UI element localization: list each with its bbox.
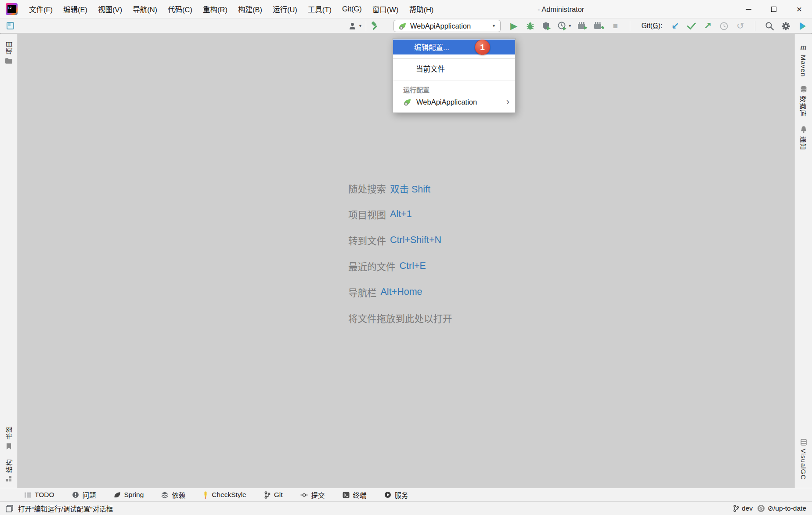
tool-window-services[interactable]: 服务 bbox=[384, 490, 408, 500]
tool-window-structure[interactable]: 结构 bbox=[4, 454, 13, 486]
git-branch-widget[interactable]: dev bbox=[733, 504, 753, 512]
tool-window-visualgc[interactable]: VisualGC bbox=[800, 435, 807, 484]
main-toolbar: ▼ WebApiApplication ▼ ▶ ▼ bbox=[0, 18, 812, 33]
search-icon bbox=[765, 22, 774, 31]
tool-window-git[interactable]: Git bbox=[264, 491, 283, 499]
stop-icon: ■ bbox=[613, 21, 618, 31]
no-inspection-icon bbox=[757, 504, 765, 512]
commit-icon bbox=[300, 492, 308, 498]
folder-icon bbox=[5, 58, 13, 64]
code-analysis-widget[interactable]: ⊘/up-to-date bbox=[757, 504, 806, 512]
build-project-button[interactable] bbox=[370, 20, 380, 32]
tool-window-database[interactable]: 数据库 bbox=[799, 81, 808, 121]
bell-icon bbox=[800, 126, 807, 133]
chevron-right-icon: › bbox=[506, 97, 509, 107]
tool-window-maven[interactable]: m Maven bbox=[800, 38, 807, 81]
status-window-icon[interactable] bbox=[6, 505, 13, 512]
menu-item-webapiapplication[interactable]: WebApiApplication › bbox=[393, 94, 515, 109]
menu-window[interactable]: 窗口(W) bbox=[367, 0, 404, 18]
attach-profiler-debug-button[interactable] bbox=[594, 20, 604, 32]
bug-icon bbox=[526, 22, 535, 31]
run-button[interactable]: ▶ bbox=[509, 20, 519, 32]
caret-down-icon: ▼ bbox=[358, 24, 362, 28]
stop-button: ■ bbox=[610, 20, 621, 32]
spring-boot-icon bbox=[403, 98, 411, 106]
update-project-icon: ↙ bbox=[671, 21, 679, 31]
profiler-clock-icon bbox=[557, 21, 567, 31]
shortcut-link[interactable]: Alt+1 bbox=[390, 209, 412, 220]
git-push-button[interactable]: ↗ bbox=[703, 20, 713, 32]
tool-window-bookmarks[interactable]: 书签 bbox=[4, 421, 13, 454]
close-button[interactable]: × bbox=[787, 0, 812, 18]
menu-view[interactable]: 视图(V) bbox=[93, 0, 127, 18]
git-branch-icon bbox=[733, 505, 739, 512]
status-message-area: 打开“编辑运行/调试配置”对话框 bbox=[6, 504, 113, 513]
hint-navigation-bar: 导航栏Alt+Home bbox=[348, 279, 452, 305]
menu-separator bbox=[393, 80, 515, 80]
shortcut-link[interactable]: Alt+Home bbox=[381, 287, 422, 297]
rollback-icon: ↺ bbox=[736, 21, 744, 31]
tool-window-project[interactable]: 项目 bbox=[4, 36, 13, 69]
tool-window-spring[interactable]: Spring bbox=[114, 491, 144, 499]
shortcut-link[interactable]: Ctrl+E bbox=[400, 261, 426, 272]
tool-window-panels-icon[interactable] bbox=[7, 22, 14, 29]
toolbar-separator bbox=[366, 21, 366, 31]
spring-leaf-icon bbox=[114, 492, 121, 498]
step-badge: 1 bbox=[475, 40, 490, 55]
maximize-icon bbox=[771, 7, 776, 12]
attach-profiler-run-button[interactable] bbox=[577, 20, 588, 32]
tool-window-terminal[interactable]: 终端 bbox=[343, 490, 367, 500]
visualgc-icon bbox=[800, 439, 807, 446]
gradle-plugin-button[interactable] bbox=[797, 20, 808, 32]
structure-icon bbox=[5, 476, 12, 482]
tool-window-dependencies[interactable]: 依赖 bbox=[161, 490, 185, 500]
menu-item-current-file[interactable]: 当前文件 bbox=[393, 61, 515, 76]
menu-git[interactable]: Git(G) bbox=[337, 0, 367, 18]
push-icon: ↗ bbox=[704, 21, 712, 31]
profiler-button[interactable]: ▼ bbox=[557, 20, 572, 32]
status-right-widgets: dev ⊘/up-to-date bbox=[733, 504, 806, 512]
git-update-button[interactable]: ↙ bbox=[670, 20, 681, 32]
git-branch-icon bbox=[264, 491, 271, 499]
status-message: 打开“编辑运行/调试配置”对话框 bbox=[18, 504, 113, 513]
settings-button[interactable] bbox=[781, 20, 791, 32]
terminal-icon bbox=[343, 492, 350, 498]
menu-help[interactable]: 帮助(H) bbox=[404, 0, 439, 18]
git-commit-button[interactable] bbox=[686, 20, 697, 32]
user-profile-button[interactable]: ▼ bbox=[349, 20, 362, 32]
menu-code[interactable]: 代码(C) bbox=[162, 0, 198, 18]
menu-build[interactable]: 构建(B) bbox=[233, 0, 267, 18]
tool-window-todo[interactable]: TODO bbox=[24, 491, 54, 499]
maximize-button[interactable] bbox=[761, 0, 787, 18]
run-icon: ▶ bbox=[510, 21, 517, 31]
search-everywhere-button[interactable] bbox=[765, 20, 775, 32]
ide-window: IJ 文件(F) 编辑(E) 视图(V) 导航(N) 代码(C) 重构(R) 构… bbox=[0, 0, 812, 515]
run-config-combo[interactable]: WebApiApplication ▼ bbox=[393, 20, 501, 32]
minimize-button[interactable] bbox=[736, 0, 761, 18]
menu-edit[interactable]: 编辑(E) bbox=[58, 0, 93, 18]
shortcut-link[interactable]: 双击 Shift bbox=[390, 181, 430, 195]
spring-boot-icon bbox=[398, 22, 407, 30]
tool-window-checkstyle[interactable]: CheckStyle bbox=[203, 491, 246, 499]
shortcut-hints: 随处搜索双击 Shift 项目视图Alt+1 转到文件Ctrl+Shift+N … bbox=[348, 175, 452, 331]
menu-refactor[interactable]: 重构(R) bbox=[198, 0, 233, 18]
run-with-coverage-button[interactable] bbox=[541, 20, 552, 32]
menu-section-run-configurations: 运行配置 bbox=[393, 84, 515, 94]
right-tool-stripe: m Maven 数据库 通知 VisualGC bbox=[794, 34, 812, 488]
menu-file[interactable]: 文件(F) bbox=[24, 0, 58, 18]
hint-goto-file: 转到文件Ctrl+Shift+N bbox=[348, 227, 452, 253]
menu-tools[interactable]: 工具(T) bbox=[303, 0, 337, 18]
menu-run[interactable]: 运行(U) bbox=[267, 0, 303, 18]
inspection-status: ⊘/up-to-date bbox=[768, 504, 806, 512]
tool-window-notifications[interactable]: 通知 bbox=[799, 121, 808, 155]
tool-window-problems[interactable]: 问题 bbox=[72, 490, 96, 500]
hint-search-everywhere: 随处搜索双击 Shift bbox=[348, 175, 452, 201]
shortcut-link[interactable]: Ctrl+Shift+N bbox=[390, 235, 441, 246]
debug-button[interactable] bbox=[525, 20, 535, 32]
chip-run-icon bbox=[577, 22, 588, 30]
intellij-logo-icon: IJ bbox=[6, 3, 18, 15]
menu-item-edit-configurations[interactable]: 编辑配置... 1 bbox=[393, 40, 515, 54]
tool-window-commit[interactable]: 提交 bbox=[300, 490, 325, 500]
menu-navigate[interactable]: 导航(N) bbox=[127, 0, 162, 18]
todo-list-icon bbox=[24, 492, 31, 498]
